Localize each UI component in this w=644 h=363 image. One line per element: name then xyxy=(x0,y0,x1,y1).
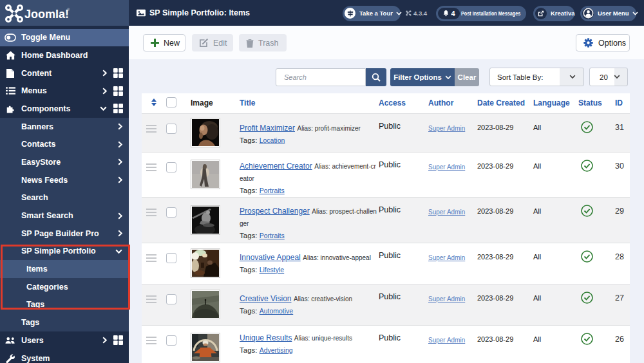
svg-text:Joomla!: Joomla! xyxy=(24,8,69,21)
svg-text:®: ® xyxy=(67,8,70,12)
